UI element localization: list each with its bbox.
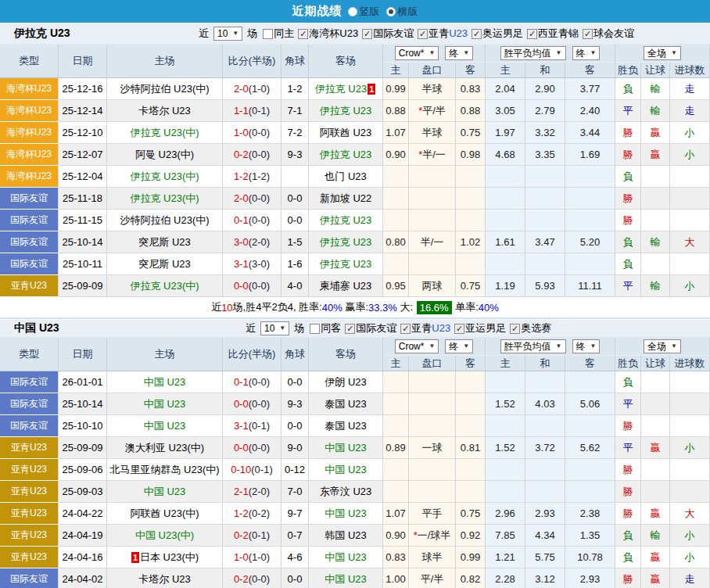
away-team-name[interactable]: 泰国 U23 <box>325 419 366 433</box>
filter-checkbox[interactable]: ✓西亚青锦 <box>527 27 579 41</box>
home-team-name[interactable]: 中国 U23 <box>144 485 185 499</box>
result-cell: 勝 <box>615 122 641 144</box>
avg-odds-cell: 2.79 <box>525 100 565 122</box>
filter-checkbox[interactable]: 同客 <box>310 321 341 335</box>
away-team-name[interactable]: 伊拉克 U23 <box>320 104 371 118</box>
dropdown-arrow-icon: ▼ <box>429 50 435 56</box>
checkbox-icon[interactable] <box>310 324 320 334</box>
header-select[interactable]: 终▼ <box>445 46 473 60</box>
radio-icon[interactable] <box>386 7 396 16</box>
home-team-name[interactable]: 伊拉克 U23(中) <box>130 279 199 293</box>
away-team-name[interactable]: 也门 U23 <box>325 170 366 184</box>
fulltime-score: 1-1 <box>234 105 249 117</box>
avg-odds-cell: 3.32 <box>525 122 565 144</box>
result-cell: 大 <box>670 503 710 525</box>
odds-cell: 0.82 <box>456 568 486 588</box>
away-team-name[interactable]: 韩国 U23 <box>325 529 366 543</box>
header-select[interactable]: 终▼ <box>572 46 601 60</box>
home-team-name[interactable]: 澳大利亚 U23(中) <box>125 441 204 455</box>
checkbox-icon[interactable]: ✓ <box>583 29 593 39</box>
checkbox-icon[interactable] <box>263 29 273 39</box>
home-team-name[interactable]: 北马里亚纳群岛 U23(中) <box>109 463 219 477</box>
checkbox-icon[interactable]: ✓ <box>527 29 537 39</box>
avg-odds-cell: 7.85 <box>486 525 525 547</box>
home-team-name[interactable]: 伊拉克 U23(中) <box>130 126 199 140</box>
home-team-name[interactable]: 卡塔尔 U23 <box>138 572 190 586</box>
home-team-name[interactable]: 突尼斯 U23 <box>138 235 190 249</box>
score-cell: 1-0(0-0) <box>223 122 281 144</box>
filter-checkbox[interactable]: 同主 <box>263 27 294 41</box>
odds-cell: 0.95 <box>383 275 409 297</box>
away-team-name[interactable]: 中国 U23 <box>325 441 366 455</box>
result-cell <box>670 210 710 231</box>
avg-odds-cell <box>525 371 565 393</box>
away-team-name[interactable]: 中国 U23 <box>325 550 366 565</box>
away-team-name[interactable]: 泰国 U23 <box>325 397 366 411</box>
home-team-name[interactable]: 阿曼 U23(中) <box>135 148 194 162</box>
home-team-name[interactable]: 突尼斯 U23 <box>138 257 190 271</box>
home-team-name[interactable]: 中国 U23 <box>144 375 185 389</box>
checkbox-icon[interactable]: ✓ <box>362 29 372 39</box>
checkbox-icon[interactable]: ✓ <box>472 29 482 39</box>
filter-checkbox[interactable]: ✓奥运男足 <box>472 27 523 41</box>
checkbox-icon[interactable]: ✓ <box>454 324 464 334</box>
home-team-name[interactable]: 中国 U23(中) <box>135 529 194 543</box>
away-team-name[interactable]: 伊拉克 U23 <box>320 257 371 271</box>
view-mode-radio-1[interactable]: 横版 <box>386 5 418 19</box>
match-count-select[interactable]: 10▼ <box>213 27 242 41</box>
home-team-name[interactable]: 伊拉克 U23(中) <box>130 170 199 184</box>
header-select[interactable]: 终▼ <box>445 339 473 353</box>
checkbox-icon[interactable]: ✓ <box>418 29 428 39</box>
home-team-name[interactable]: 日本 U23(中) <box>140 550 199 565</box>
away-team-name[interactable]: 中国 U23 <box>325 572 366 586</box>
away-team-name[interactable]: 新加坡 U22 <box>320 192 371 206</box>
home-team-name[interactable]: 沙特阿拉伯 U23(中) <box>120 213 209 228</box>
filter-checkbox[interactable]: ✓球会友谊 <box>583 27 634 41</box>
away-team-name[interactable]: 伊拉克 U23 <box>320 213 371 228</box>
checkbox-icon[interactable]: ✓ <box>298 29 308 39</box>
home-team-name[interactable]: 沙特阿拉伯 U23(中) <box>120 82 209 96</box>
header-select[interactable]: 终▼ <box>572 339 601 353</box>
avg-odds-cell: 5.93 <box>525 275 565 297</box>
away-team-name[interactable]: 伊朗 U23 <box>325 375 366 389</box>
column-header: 角球 <box>281 338 309 371</box>
match-count-select[interactable]: 10▼ <box>260 321 289 335</box>
checkbox-icon[interactable]: ✓ <box>400 324 411 334</box>
away-team-name[interactable]: 阿联酋 U23 <box>320 126 371 140</box>
corner-cell: 1-5 <box>281 231 309 253</box>
score-cell: 0-1(0-0) <box>223 210 281 231</box>
filter-checkbox[interactable]: ✓国际友谊 <box>345 321 396 335</box>
header-select[interactable]: Crow*▼ <box>395 46 439 60</box>
header-select[interactable]: 全场▼ <box>644 46 681 60</box>
away-team-name[interactable]: 伊拉克 U23 <box>320 148 371 162</box>
header-select[interactable]: 胜平负均值▼ <box>500 46 566 60</box>
header-select[interactable]: 胜平负均值▼ <box>500 339 566 353</box>
radio-icon[interactable] <box>348 7 357 16</box>
home-team-name[interactable]: 伊拉克 U23(中) <box>130 192 199 206</box>
away-team-name[interactable]: 柬埔寨 U23 <box>320 279 371 293</box>
header-select[interactable]: 全场▼ <box>644 339 681 353</box>
view-mode-radio-0[interactable]: 竖版 <box>348 5 380 19</box>
header-select[interactable]: Crow*▼ <box>395 339 439 353</box>
home-team-name[interactable]: 阿联酋 U23(中) <box>130 507 199 521</box>
avg-odds-cell <box>486 481 525 503</box>
home-team-name[interactable]: 卡塔尔 U23 <box>138 104 190 118</box>
away-team-name[interactable]: 伊拉克 U23 <box>315 82 367 96</box>
checkbox-icon[interactable]: ✓ <box>345 324 355 334</box>
home-team-name[interactable]: 中国 U23 <box>144 419 185 433</box>
away-team-cell: 中国 U23 <box>309 437 383 459</box>
filter-checkbox[interactable]: ✓亚青U23 <box>418 27 468 41</box>
filter-checkbox[interactable]: ✓亚青U23 <box>400 321 450 335</box>
filter-checkbox[interactable]: ✓奥选赛 <box>510 321 551 335</box>
fulltime-score: 0-1 <box>234 214 249 226</box>
checkbox-icon[interactable]: ✓ <box>510 324 520 334</box>
away-team-name[interactable]: 中国 U23 <box>325 463 366 477</box>
filter-checkbox[interactable]: ✓亚运男足 <box>454 321 506 335</box>
filter-checkbox[interactable]: ✓国际友谊 <box>362 27 414 41</box>
home-team-name[interactable]: 中国 U23 <box>144 397 185 411</box>
away-team-name[interactable]: 伊拉克 U23 <box>320 235 371 249</box>
away-team-name[interactable]: 东帝汶 U23 <box>320 485 371 499</box>
away-team-name[interactable]: 中国 U23 <box>325 507 366 521</box>
filter-checkbox[interactable]: ✓海湾杯U23 <box>298 27 358 41</box>
result-cell: 平 <box>615 275 641 297</box>
